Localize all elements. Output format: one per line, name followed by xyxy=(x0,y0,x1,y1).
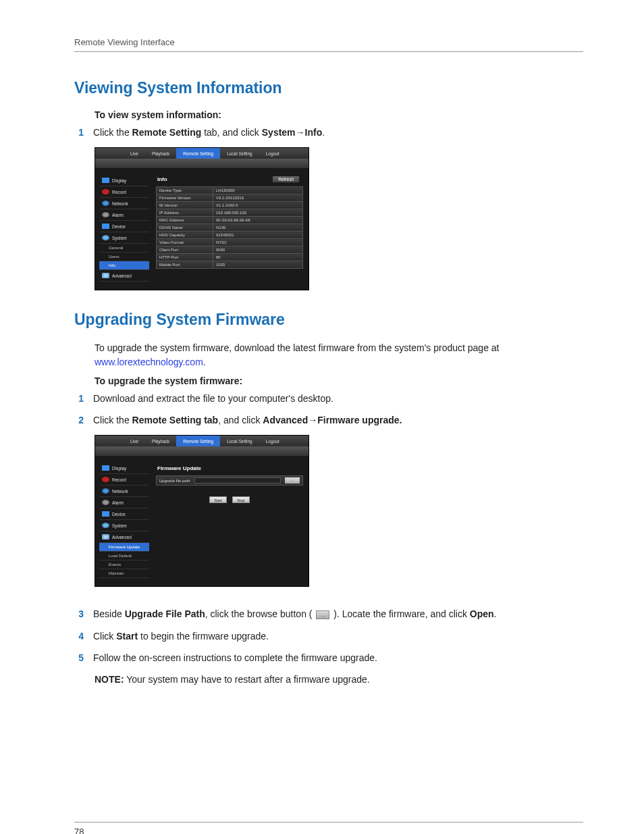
display-icon xyxy=(102,465,109,471)
step-number: 5 xyxy=(74,651,84,664)
screenshot-firmware-panel: Live Playback Remote Setting Local Setti… xyxy=(95,435,309,587)
sidebar-item-alarm[interactable]: Alarm xyxy=(99,209,149,221)
table-row: Firmware VersionV3.1-20110216 xyxy=(157,194,303,202)
alarm-icon xyxy=(102,212,109,217)
upgrade-path-row: Upgrade file path ... xyxy=(156,475,303,486)
step-text: Click Start to begin the firmware upgrad… xyxy=(93,629,583,643)
step-number: 3 xyxy=(74,607,84,621)
sidebar-item-alarm[interactable]: Alarm xyxy=(99,497,149,509)
sidebar-item-system[interactable]: System xyxy=(99,520,149,531)
table-row: Video FormatNTSC xyxy=(157,239,303,246)
table-row: IP Address192.168.000.136 xyxy=(157,209,303,217)
step-number: 2 xyxy=(74,413,84,427)
sidebar-sub-maintain[interactable]: Maintain xyxy=(99,569,149,578)
network-icon xyxy=(102,201,109,206)
step-text: Follow the on-screen instructions to com… xyxy=(93,651,583,664)
tab-playback[interactable]: Playback xyxy=(145,436,176,446)
step-number: 1 xyxy=(74,126,84,139)
upgrade-path-label: Upgrade file path xyxy=(159,479,190,483)
refresh-button[interactable]: Refresh xyxy=(273,176,299,182)
shot-sidebar: Display Record Network Alarm Device Syst… xyxy=(99,463,149,578)
alarm-icon xyxy=(102,500,109,505)
sidebar-item-system[interactable]: System xyxy=(99,232,149,244)
page-number: 78 xyxy=(74,827,583,834)
footer-rule xyxy=(74,822,583,823)
record-icon xyxy=(102,189,109,194)
sidebar-sub-load-default[interactable]: Load Default xyxy=(99,552,149,561)
step-text: Click the Remote Setting tab, and click … xyxy=(93,126,583,139)
sidebar-sub-firmware[interactable]: Firmware Update xyxy=(99,543,149,552)
device-icon xyxy=(102,511,109,517)
table-row: Client Port9000 xyxy=(157,246,303,254)
shot-tab-bar: Live Playback Remote Setting Local Setti… xyxy=(95,148,308,159)
sidebar-item-network[interactable]: Network xyxy=(99,486,149,497)
upgrade-path-input[interactable] xyxy=(194,477,281,484)
table-row: HTTP Port80 xyxy=(157,254,303,261)
tab-logout[interactable]: Logout xyxy=(259,148,286,159)
record-icon xyxy=(102,477,109,482)
table-row: Mobile Port1025 xyxy=(157,261,303,269)
info-table: Device TypeLH130000Firmware VersionV3.1-… xyxy=(156,186,303,269)
sidebar-sub-users[interactable]: Users xyxy=(99,253,149,261)
shot-sidebar: Display Record Network Alarm Device Syst… xyxy=(99,175,149,282)
sidebar-item-network[interactable]: Network xyxy=(99,198,149,209)
sidebar-item-advanced[interactable]: Advanced xyxy=(99,531,149,543)
sidebar-sub-events[interactable]: Events xyxy=(99,561,149,569)
stop-button[interactable]: Stop xyxy=(232,496,250,503)
shot-subbar xyxy=(95,446,308,456)
display-icon xyxy=(102,178,109,183)
page-header: Remote Viewing Interface xyxy=(74,37,583,47)
table-row: HDD Capacity915/953G xyxy=(157,232,303,239)
firmware-title: Firmware Update xyxy=(156,463,303,475)
browse-button[interactable]: ... xyxy=(285,477,300,484)
tab-playback[interactable]: Playback xyxy=(145,148,176,159)
sidebar-item-record[interactable]: Record xyxy=(99,186,149,198)
advanced-icon xyxy=(102,534,109,540)
shot-subbar xyxy=(95,159,308,168)
table-row: MAC Address00-23-63-28-26-A8 xyxy=(157,217,303,224)
sidebar-item-record[interactable]: Record xyxy=(99,474,149,486)
table-row: DDNS NameN136 xyxy=(157,224,303,232)
sidebar-item-device[interactable]: Device xyxy=(99,509,149,520)
step-number: 4 xyxy=(74,629,84,643)
network-icon xyxy=(102,488,109,494)
system-icon xyxy=(102,523,109,528)
firmware-desc: To upgrade the system firmware, download… xyxy=(95,341,583,369)
step-text: Beside Upgrade File Path, click the brow… xyxy=(93,607,583,621)
info-title: Info xyxy=(157,176,167,182)
start-button[interactable]: Start xyxy=(209,496,227,503)
sidebar-item-display[interactable]: Display xyxy=(99,175,149,186)
tab-live[interactable]: Live xyxy=(124,436,145,446)
step-text: Download and extract the file to your co… xyxy=(93,392,583,405)
sidebar-item-device[interactable]: Device xyxy=(99,221,149,232)
note-text: NOTE: Your system may have to restart af… xyxy=(95,673,583,686)
info-panel: Info Refresh Device TypeLH130000Firmware… xyxy=(156,175,303,282)
heading-upgrading-firmware: Upgrading System Firmware xyxy=(74,311,583,329)
shot-tab-bar: Live Playback Remote Setting Local Setti… xyxy=(95,436,308,446)
system-icon xyxy=(102,235,109,240)
device-icon xyxy=(102,224,109,229)
tab-logout[interactable]: Logout xyxy=(259,436,286,446)
heading-viewing-system-info: Viewing System Information xyxy=(74,79,583,97)
step-number: 1 xyxy=(74,392,84,405)
tab-remote-setting[interactable]: Remote Setting xyxy=(176,436,220,446)
table-row: Device TypeLH130000 xyxy=(157,187,303,194)
inline-browse-icon: ... xyxy=(316,610,329,619)
step-text: Click the Remote Setting tab, and click … xyxy=(93,413,583,427)
table-row: IE VersionV1.1.1092.0 xyxy=(157,202,303,209)
tab-live[interactable]: Live xyxy=(124,148,145,159)
sidebar-item-advanced[interactable]: Advanced xyxy=(99,270,149,282)
advanced-icon xyxy=(102,273,109,278)
header-rule xyxy=(74,51,583,52)
tab-remote-setting[interactable]: Remote Setting xyxy=(176,148,220,159)
intro-view-system-info: To view system information: xyxy=(95,109,583,120)
sidebar-sub-general[interactable]: General xyxy=(99,244,149,253)
lorex-link[interactable]: www.lorextechnology.com xyxy=(95,357,203,367)
firmware-panel: Firmware Update Upgrade file path ... St… xyxy=(156,463,303,578)
sidebar-item-display[interactable]: Display xyxy=(99,463,149,474)
sidebar-sub-info[interactable]: Info xyxy=(99,261,149,270)
intro-upgrade-firmware: To upgrade the system firmware: xyxy=(95,375,583,386)
tab-local-setting[interactable]: Local Setting xyxy=(220,148,259,159)
tab-local-setting[interactable]: Local Setting xyxy=(220,436,259,446)
screenshot-info-panel: Live Playback Remote Setting Local Setti… xyxy=(95,147,309,290)
